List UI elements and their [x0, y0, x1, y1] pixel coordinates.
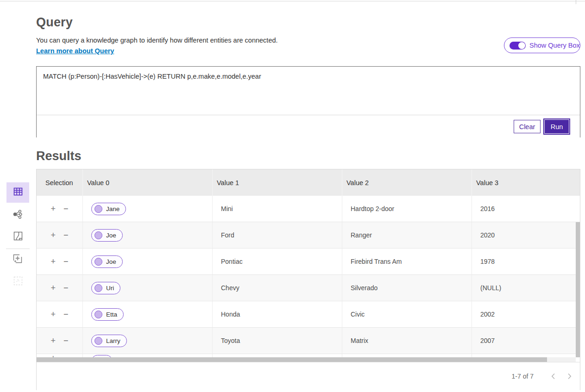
person-cell [83, 354, 213, 357]
add-to-selection-button[interactable]: + [50, 231, 57, 239]
map-icon [13, 231, 23, 243]
remove-from-selection-button[interactable]: − [63, 231, 69, 239]
table-header-row: Selection Value 0 Value 1 Value 2 Value … [37, 169, 580, 196]
clear-button[interactable]: Clear [514, 120, 541, 133]
previous-page-button[interactable] [551, 373, 555, 380]
remove-from-selection-button[interactable]: − [63, 257, 69, 266]
link-chart-icon [12, 209, 23, 222]
year-cell: 2020 [472, 222, 580, 249]
make-cell: Toyota [213, 328, 342, 354]
tool-add-to-selection [12, 276, 24, 288]
remove-from-selection-button[interactable]: − [63, 284, 69, 292]
table-row: + − Joe Ford Ranger 2020 [37, 222, 580, 249]
pagination: 1-7 of 7 [512, 362, 572, 390]
model-cell [342, 354, 472, 357]
horizontal-scrollbar[interactable] [37, 357, 576, 362]
learn-more-link[interactable]: Learn more about Query [36, 47, 114, 55]
make-cell: Chevy [213, 275, 342, 301]
add-to-selection-button[interactable]: + [50, 205, 57, 213]
table-row: + − Joe Pontiac Firebird Trans Am 1978 [37, 249, 580, 275]
person-name: Etta [106, 311, 117, 318]
next-page-button[interactable] [567, 373, 572, 380]
person-cell: Joe [83, 249, 213, 275]
entity-dot-icon [94, 258, 102, 266]
remove-from-selection-button[interactable]: − [63, 354, 69, 357]
horizontal-scrollbar-thumb[interactable] [37, 357, 547, 362]
person-name: Joe [106, 258, 116, 265]
table-row: + − Larry Toyota Matrix 2007 [37, 328, 580, 354]
person-cell: Larry [83, 328, 213, 354]
year-cell: 2002 [472, 301, 580, 328]
person-entity-pill[interactable]: Etta [91, 308, 124, 321]
model-cell: Firebird Trans Am [342, 249, 472, 275]
selection-cell: + − [37, 301, 83, 328]
person-cell: Joe [83, 222, 213, 249]
column-header-value0[interactable]: Value 0 [83, 169, 213, 196]
top-border-line [0, 1, 585, 1]
column-header-selection[interactable]: Selection [37, 169, 83, 196]
pagination-range-label: 1-7 of 7 [512, 373, 534, 380]
add-to-selection-button[interactable]: + [50, 336, 57, 345]
remove-from-selection-button[interactable]: − [63, 336, 69, 345]
column-header-value3[interactable]: Value 3 [472, 169, 580, 196]
page-description: You can query a knowledge graph to ident… [36, 37, 278, 44]
results-title: Results [36, 149, 82, 163]
toggle-switch-icon[interactable] [510, 42, 526, 50]
person-name: Joe [106, 232, 116, 239]
table-row: + − Etta Honda Civic 2002 [37, 301, 580, 328]
year-cell [472, 354, 580, 357]
vertical-scrollbar[interactable] [576, 222, 580, 357]
run-button[interactable]: Run [545, 120, 569, 133]
selection-cell: + − [37, 249, 83, 275]
query-text-input[interactable]: MATCH (p:Person)-[:HasVehicle]->(e) RETU… [37, 67, 580, 115]
table-view-icon [13, 186, 24, 199]
selection-cell: + − [37, 275, 83, 301]
add-to-selection-button[interactable]: + [50, 310, 57, 318]
person-cell: Jane [83, 196, 213, 222]
results-table: Selection Value 0 Value 1 Value 2 Value … [36, 169, 580, 390]
add-to-selection-button[interactable]: + [50, 354, 57, 357]
person-entity-pill[interactable]: Joe [91, 255, 123, 268]
remove-from-selection-button[interactable]: − [63, 310, 69, 318]
table-body: + − Jane Mini Hardtop 2-door 2016 + − Jo… [37, 196, 580, 357]
entity-dot-icon [94, 337, 102, 345]
model-cell: Hardtop 2-door [342, 196, 472, 222]
selection-cell: + − [37, 354, 83, 357]
person-entity-pill[interactable]: Jane [91, 203, 126, 215]
toggle-knob [518, 42, 525, 49]
entity-dot-icon [94, 231, 102, 239]
tool-table-view[interactable] [6, 182, 29, 203]
table-row: + − Jane Mini Hardtop 2-door 2016 [37, 196, 580, 222]
add-to-selection-button[interactable]: + [50, 284, 57, 292]
column-header-value1[interactable]: Value 1 [213, 169, 342, 196]
entity-dot-icon [94, 284, 102, 292]
table-footer: 1-7 of 7 [37, 362, 580, 390]
tool-new-map[interactable] [12, 254, 24, 266]
page-title: Query [36, 15, 73, 30]
show-query-box-toggle[interactable]: Show Query Box [504, 37, 580, 53]
person-cell: Uri [83, 275, 213, 301]
selection-cell: + − [37, 222, 83, 249]
tool-link-chart-view[interactable] [12, 209, 24, 221]
make-cell: Mini [213, 196, 342, 222]
query-panel: MATCH (p:Person)-[:HasVehicle]->(e) RETU… [36, 66, 580, 137]
model-cell: Silverado [342, 275, 472, 301]
query-actions-bar: Clear Run [37, 116, 580, 137]
entity-dot-icon [94, 205, 102, 213]
add-to-selection-button[interactable]: + [50, 257, 57, 266]
model-cell: Ranger [342, 222, 472, 249]
person-name: Uri [106, 285, 114, 292]
year-cell: 1978 [472, 249, 580, 275]
person-entity-pill[interactable]: Uri [91, 282, 120, 294]
table-row: + − [37, 354, 580, 357]
new-map-icon [12, 253, 23, 266]
person-name: Larry [106, 337, 120, 344]
tool-map-view[interactable] [12, 231, 24, 243]
model-cell: Civic [342, 301, 472, 328]
person-entity-pill[interactable]: Larry [91, 335, 127, 347]
remove-from-selection-button[interactable]: − [63, 205, 69, 213]
vertical-scrollbar-thumb[interactable] [576, 222, 580, 357]
make-cell: Ford [213, 222, 342, 249]
column-header-value2[interactable]: Value 2 [342, 169, 472, 196]
person-entity-pill[interactable]: Joe [91, 229, 123, 242]
